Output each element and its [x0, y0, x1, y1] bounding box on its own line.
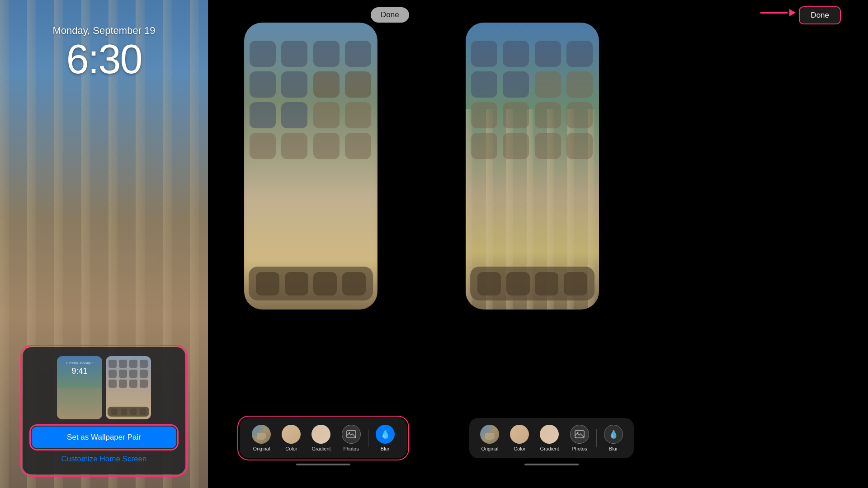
lock-screen-thumbnail[interactable]: Tuesday, January 9 9:41	[57, 356, 102, 419]
app-icon[interactable]	[250, 41, 276, 67]
done-button-right[interactable]: Done	[799, 6, 841, 24]
filter-color-center[interactable]: Color	[276, 422, 306, 454]
filter-gradient-label: Gradient	[311, 446, 330, 451]
filter-original-icon-right	[480, 425, 499, 444]
arrow-line	[760, 12, 788, 14]
filter-gradient-icon	[311, 425, 330, 444]
dock-icon[interactable]	[342, 272, 366, 296]
dock-icon[interactable]	[477, 272, 501, 296]
filter-blur-icon: 💧	[376, 425, 395, 444]
app-icon[interactable]	[566, 71, 593, 98]
filter-photos-icon	[342, 425, 361, 444]
app-icon[interactable]	[503, 41, 529, 67]
preview-app-icon	[129, 380, 137, 388]
app-icon[interactable]	[281, 102, 307, 128]
app-icon[interactable]	[503, 133, 529, 159]
filter-gradient-icon-right	[540, 425, 559, 444]
dock-icon[interactable]	[313, 272, 337, 296]
app-icon-grid-center	[250, 41, 372, 159]
preview-date: Tuesday, January 9	[66, 361, 94, 365]
arch-photo-icon	[255, 428, 267, 440]
preview-arch	[57, 388, 102, 419]
app-icon[interactable]	[471, 133, 497, 159]
set-wallpaper-button[interactable]: Set as Wallpaper Pair	[32, 427, 176, 448]
app-icon[interactable]	[313, 41, 340, 67]
preview-app-icon	[108, 380, 117, 388]
app-icon[interactable]	[471, 71, 497, 98]
filter-blur-icon-right: 💧	[604, 425, 623, 444]
preview-app-icon	[119, 380, 127, 388]
filter-photos-icon-right	[570, 425, 589, 444]
app-icon[interactable]	[345, 41, 371, 67]
filter-photos-center[interactable]: Photos	[336, 422, 366, 454]
app-icon[interactable]	[345, 102, 371, 128]
svg-point-1	[349, 432, 350, 434]
app-icon[interactable]	[345, 133, 371, 159]
home-screen-thumbnail[interactable]	[106, 356, 151, 419]
done-button-center[interactable]: Done	[371, 7, 409, 23]
app-icon[interactable]	[250, 71, 276, 98]
app-icon[interactable]	[566, 102, 593, 128]
filter-divider-right	[596, 429, 597, 447]
filter-bar-right: Original Color Gradient Photos 💧	[469, 418, 633, 458]
filter-toolbar-center: Original Color Gradient Photos	[222, 418, 425, 465]
app-icon[interactable]	[250, 133, 276, 159]
scroll-indicator-center	[296, 464, 350, 465]
app-icon[interactable]	[535, 41, 561, 67]
app-icon[interactable]	[281, 133, 307, 159]
dock-icon[interactable]	[285, 272, 308, 296]
filter-color-label-right: Color	[514, 446, 525, 451]
app-icon[interactable]	[313, 71, 340, 98]
filter-color-icon-right	[510, 425, 529, 444]
filter-gradient-center[interactable]: Gradient	[306, 422, 336, 454]
app-icon[interactable]	[566, 133, 593, 159]
filter-color-right[interactable]: Color	[505, 422, 534, 454]
filter-bar-center: Original Color Gradient Photos	[240, 418, 406, 458]
filter-photos-label-right: Photos	[571, 446, 587, 451]
app-icon[interactable]	[566, 41, 593, 67]
preview-app-icon	[140, 360, 148, 368]
app-icon[interactable]	[503, 102, 529, 128]
filter-original-icon	[252, 425, 271, 444]
preview-time: 9:41	[71, 366, 87, 376]
app-icon[interactable]	[471, 41, 497, 67]
filter-blur-center[interactable]: 💧 Blur	[370, 422, 400, 454]
filter-original-center[interactable]: Original	[246, 422, 276, 454]
app-icon[interactable]	[535, 102, 561, 128]
preview-dock-icon	[111, 408, 118, 415]
customize-home-screen-link[interactable]: Customize Home Screen	[32, 453, 176, 465]
app-icon[interactable]	[345, 71, 371, 98]
app-icon[interactable]	[471, 102, 497, 128]
preview-dock-icon	[140, 408, 146, 415]
home-screen-right-phone	[466, 23, 599, 310]
preview-app-icon	[108, 370, 117, 378]
app-icon[interactable]	[503, 71, 529, 98]
app-icon[interactable]	[281, 41, 307, 67]
app-icon[interactable]	[535, 71, 561, 98]
scroll-indicator-right	[524, 464, 579, 465]
app-icon[interactable]	[250, 102, 276, 128]
preview-app-icon	[108, 360, 117, 368]
filter-blur-right[interactable]: 💧 Blur	[599, 422, 628, 454]
home-screen-center-phone	[244, 23, 377, 310]
filter-gradient-right[interactable]: Gradient	[534, 422, 564, 454]
dock-icon[interactable]	[535, 272, 558, 296]
app-icon[interactable]	[313, 133, 340, 159]
app-icon[interactable]	[281, 71, 307, 98]
dock-icon[interactable]	[256, 272, 279, 296]
arch-photo-icon-right	[484, 428, 495, 440]
preview-app-icon	[119, 360, 127, 368]
preview-dock-icon	[121, 408, 127, 415]
preview-app-icon	[119, 370, 127, 378]
app-icon[interactable]	[535, 133, 561, 159]
filter-original-right[interactable]: Original	[475, 422, 505, 454]
lock-screen-date: Monday, September 19	[0, 25, 208, 37]
preview-icon-grid	[106, 356, 151, 391]
lock-screen-time: 6:30	[0, 36, 208, 83]
filter-color-icon	[282, 425, 301, 444]
app-icon[interactable]	[313, 102, 340, 128]
dock-icon[interactable]	[564, 272, 587, 296]
filter-photos-right[interactable]: Photos	[565, 422, 594, 454]
dock-icon[interactable]	[506, 272, 530, 296]
arrow-indicator	[760, 9, 796, 16]
